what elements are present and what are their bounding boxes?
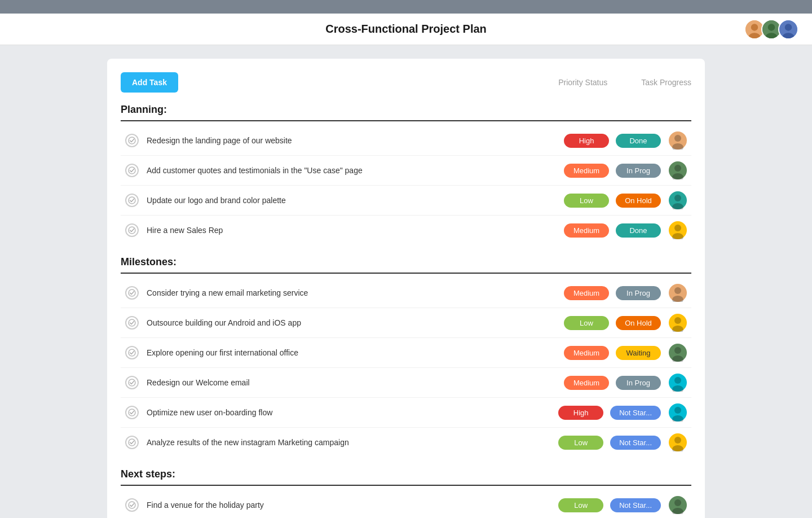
svg-point-37 (674, 437, 681, 444)
status-badge: Waiting (616, 346, 661, 360)
task-text: Outsource building our Android and iOS a… (147, 318, 557, 327)
svg-point-32 (672, 385, 683, 392)
main-content: Add Task Priority Status Task Progress P… (107, 59, 705, 518)
svg-point-4 (768, 24, 775, 30)
svg-point-7 (785, 24, 792, 30)
toolbar: Add Task Priority Status Task Progress (121, 72, 691, 93)
task-text: Optimize new user on-boarding flow (147, 408, 551, 417)
table-row: Add customer quotes and testimonials in … (121, 156, 691, 186)
priority-badge: High (558, 406, 603, 420)
svg-point-16 (674, 195, 681, 201)
task-avatar (669, 284, 687, 302)
task-text: Consider trying a new email marketing se… (147, 288, 557, 297)
task-avatar (669, 191, 687, 209)
svg-point-31 (674, 377, 681, 384)
check-icon (125, 194, 139, 207)
svg-point-17 (672, 203, 683, 209)
section-header-1: Milestones: (121, 256, 691, 274)
table-row: Analyze results of the new instagram Mar… (121, 428, 691, 457)
table-row: Find a venue for the holiday party Low N… (121, 490, 691, 518)
status-badge: Not Star... (610, 406, 661, 420)
table-row: Consider trying a new email marketing se… (121, 278, 691, 308)
table-row: Optimize new user on-boarding flow High … (121, 398, 691, 428)
svg-point-28 (674, 347, 681, 354)
svg-point-35 (672, 415, 683, 422)
priority-badge: Medium (564, 346, 609, 360)
section-0: Planning: Redesign the landing page of o… (121, 104, 691, 245)
priority-badge: Low (558, 436, 603, 450)
svg-point-29 (672, 355, 683, 362)
task-avatar (669, 433, 687, 451)
svg-point-25 (674, 317, 681, 324)
check-icon (125, 436, 139, 449)
check-icon (125, 164, 139, 177)
task-avatar (669, 403, 687, 422)
task-avatar (669, 161, 687, 179)
status-badge: Done (616, 134, 661, 148)
status-badge: In Prog (616, 376, 661, 390)
task-avatar (669, 131, 687, 150)
check-icon (125, 346, 139, 359)
table-row: Hire a new Sales Rep Medium Done (121, 216, 691, 245)
status-badge: In Prog (616, 286, 661, 300)
task-avatar (669, 314, 687, 332)
section-header-2: Next steps: (121, 468, 691, 486)
add-task-button[interactable]: Add Task (121, 72, 178, 93)
table-row: Redesign our Welcome email Medium In Pro… (121, 368, 691, 398)
status-badge: In Prog (616, 164, 661, 178)
task-text: Redesign the landing page of our website (147, 136, 557, 145)
status-badge: Not Star... (610, 498, 661, 512)
status-badge: On Hold (616, 194, 661, 208)
svg-point-34 (674, 407, 681, 414)
task-text: Analyze results of the new instagram Mar… (147, 438, 551, 447)
sections-container: Planning: Redesign the landing page of o… (121, 104, 691, 518)
priority-badge: Medium (564, 376, 609, 390)
priority-badge: Low (558, 498, 603, 512)
task-text: Hire a new Sales Rep (147, 226, 557, 235)
task-avatar (669, 221, 687, 239)
header-avatars (744, 19, 798, 39)
check-icon (125, 498, 139, 512)
table-row: Explore opening our first international … (121, 338, 691, 368)
check-icon (125, 134, 139, 147)
task-text: Update our logo and brand color palette (147, 196, 557, 205)
svg-point-40 (674, 499, 681, 506)
priority-badge: Low (564, 316, 609, 330)
svg-point-23 (672, 296, 683, 302)
check-icon (125, 376, 139, 389)
svg-point-13 (674, 165, 681, 172)
svg-point-19 (674, 225, 681, 231)
section-2: Next steps: Find a venue for the holiday… (121, 468, 691, 518)
check-icon (125, 286, 139, 300)
svg-point-26 (672, 326, 683, 332)
top-bar (0, 0, 812, 14)
task-avatar (669, 344, 687, 362)
priority-badge: Medium (564, 164, 609, 178)
check-icon (125, 223, 139, 237)
section-header-0: Planning: (121, 104, 691, 121)
toolbar-labels: Priority Status Task Progress (558, 78, 691, 87)
task-avatar (669, 374, 687, 392)
priority-badge: High (564, 134, 609, 148)
svg-point-22 (674, 287, 681, 294)
status-badge: Not Star... (610, 436, 661, 450)
table-row: Redesign the landing page of our website… (121, 126, 691, 156)
svg-point-41 (672, 508, 683, 514)
avatar-3 (778, 19, 798, 39)
svg-point-38 (672, 445, 683, 451)
task-text: Explore opening our first international … (147, 348, 557, 357)
page-title: Cross-Functional Project Plan (325, 23, 487, 36)
priority-status-label: Priority Status (558, 78, 607, 87)
header: Cross-Functional Project Plan (0, 14, 812, 45)
check-icon (125, 406, 139, 419)
svg-point-14 (672, 173, 683, 179)
task-progress-label: Task Progress (641, 78, 691, 87)
priority-badge: Medium (564, 223, 609, 238)
svg-point-11 (672, 143, 683, 150)
task-avatar (669, 496, 687, 514)
priority-badge: Medium (564, 286, 609, 300)
priority-badge: Low (564, 194, 609, 208)
task-text: Add customer quotes and testimonials in … (147, 166, 557, 175)
task-text: Find a venue for the holiday party (147, 501, 551, 510)
svg-point-10 (674, 135, 681, 142)
